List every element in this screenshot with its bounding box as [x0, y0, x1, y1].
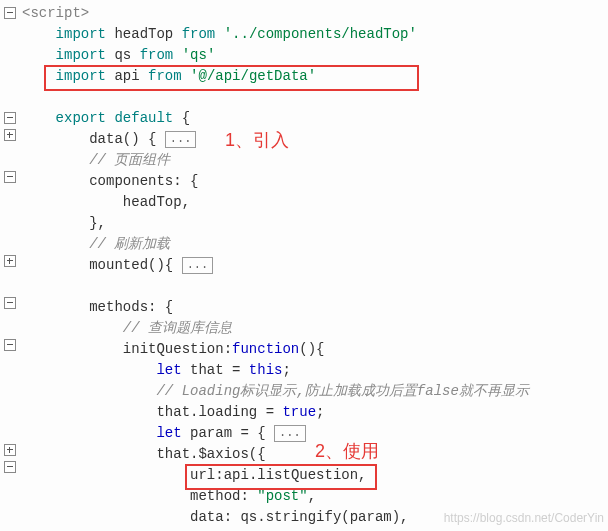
expand-icon[interactable] — [4, 444, 16, 456]
identifier: qs — [114, 47, 131, 63]
identifier: param = { — [182, 425, 274, 441]
code-line: // 刷新加载 — [22, 234, 608, 255]
import-keyword: import — [56, 47, 106, 63]
brace: () { — [123, 131, 157, 147]
code-line: methods: { — [22, 297, 608, 318]
identifier: that — [156, 404, 190, 420]
brace: { — [173, 110, 190, 126]
comment: // 刷新加载 — [89, 236, 170, 252]
comment: // 页面组件 — [89, 152, 170, 168]
import-keyword: import — [56, 26, 106, 42]
brace: (){ — [148, 257, 182, 273]
string-literal: 'qs' — [182, 47, 216, 63]
brace: (){ — [299, 341, 324, 357]
expand-icon[interactable] — [4, 129, 16, 141]
semicolon: ; — [316, 404, 324, 420]
default-keyword: default — [114, 110, 173, 126]
identifier: headTop — [123, 194, 182, 210]
annotation-2: 2、使用 — [315, 441, 379, 462]
identifier: methods — [89, 299, 148, 315]
this-keyword: this — [249, 362, 283, 378]
code-line: headTop, — [22, 192, 608, 213]
semicolon: ; — [282, 362, 290, 378]
brace: : { — [148, 299, 173, 315]
identifier: mounted — [89, 257, 148, 273]
code-line: that.loading = true; — [22, 402, 608, 423]
method-call: .stringify(param), — [257, 509, 408, 525]
property: data — [190, 509, 224, 525]
highlight-box-1 — [44, 65, 419, 91]
collapsed-block[interactable]: ... — [274, 425, 306, 442]
code-line — [22, 276, 608, 297]
code-line: let that = this; — [22, 360, 608, 381]
colon: : — [224, 341, 232, 357]
string-literal: '../components/headTop' — [224, 26, 417, 42]
from-keyword: from — [182, 26, 216, 42]
colon: : — [240, 488, 257, 504]
fold-icon[interactable] — [4, 461, 16, 473]
comma: , — [308, 488, 316, 504]
code-line: }, — [22, 213, 608, 234]
brace: : { — [173, 173, 198, 189]
identifier: data — [89, 131, 123, 147]
code-line: components: { — [22, 171, 608, 192]
annotation-1: 1、引入 — [225, 130, 289, 151]
comment: // 查询题库信息 — [123, 320, 232, 336]
code-line: import headTop from '../components/headT… — [22, 24, 608, 45]
fold-icon[interactable] — [4, 339, 16, 351]
code-line: // 页面组件 — [22, 150, 608, 171]
fold-icon[interactable] — [4, 112, 16, 124]
method-call: .$axios({ — [190, 446, 266, 462]
fold-icon[interactable] — [4, 171, 16, 183]
code-line: import qs from 'qs' — [22, 45, 608, 66]
watermark: https://blog.csdn.net/CoderYin — [444, 508, 604, 529]
identifier: that = — [182, 362, 249, 378]
expand-icon[interactable] — [4, 255, 16, 267]
script-tag: <script> — [22, 5, 89, 21]
code-editor: <script> import headTop from '../compone… — [0, 0, 608, 531]
property: .loading = — [190, 404, 282, 420]
code-line: data() { ... — [22, 129, 608, 150]
fold-gutter — [0, 0, 20, 531]
let-keyword: let — [156, 362, 181, 378]
code-line: export default { — [22, 108, 608, 129]
property: method — [190, 488, 240, 504]
code-line: // 查询题库信息 — [22, 318, 608, 339]
collapsed-block[interactable]: ... — [182, 257, 214, 274]
colon: : — [224, 509, 241, 525]
identifier: headTop — [114, 26, 173, 42]
comment: // Loading标识显示,防止加载成功后置false就不再显示 — [156, 383, 528, 399]
identifier: initQuestion — [123, 341, 224, 357]
fold-icon[interactable] — [4, 297, 16, 309]
highlight-box-2 — [185, 464, 377, 490]
code-line: mounted(){ ... — [22, 255, 608, 276]
identifier: qs — [240, 509, 257, 525]
identifier: that — [156, 446, 190, 462]
function-keyword: function — [232, 341, 299, 357]
string-literal: "post" — [257, 488, 307, 504]
code-line: <script> — [22, 3, 608, 24]
export-keyword: export — [56, 110, 106, 126]
comma: , — [182, 194, 190, 210]
collapsed-block[interactable]: ... — [165, 131, 197, 148]
from-keyword: from — [140, 47, 174, 63]
fold-icon[interactable] — [4, 7, 16, 19]
let-keyword: let — [156, 425, 181, 441]
code-line: // Loading标识显示,防止加载成功后置false就不再显示 — [22, 381, 608, 402]
code-line: initQuestion:function(){ — [22, 339, 608, 360]
brace: }, — [89, 215, 106, 231]
boolean: true — [282, 404, 316, 420]
identifier: components — [89, 173, 173, 189]
